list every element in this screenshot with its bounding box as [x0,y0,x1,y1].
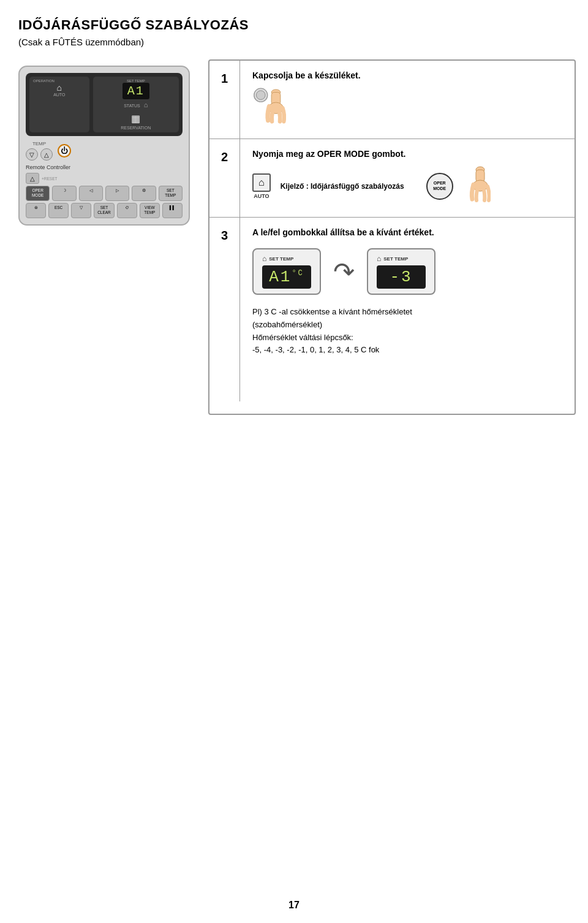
step-3-description: Pl) 3 C -al csökkentse a kívánt hőmérsék… [252,306,562,357]
rc-left-btn[interactable]: ◁ [79,186,103,201]
display-panel-1: ⌂ SET TEMP A1°C [252,248,321,295]
display-panel-2: ⌂ SET TEMP -3 [367,248,435,295]
rc-reservation-label: RESERVATION [121,126,151,130]
rc-right-btn[interactable]: ▷ [105,186,129,201]
transition-arrow: ↷ [333,257,355,287]
rc-set-temp-section: SET TEMP A1 STATUS ⌂ ▦ RESERVATION [93,77,179,132]
step-1-number: 1 [209,61,240,139]
step-3-number: 3 [209,218,240,401]
desc-line-1: Pl) 3 C -al csökkentse a kívánt hőmérsék… [252,306,562,319]
remote-controller: OPERATION ⌂ AUTO SET TEMP A1 STATUS ⌂ ▦ … [18,66,190,226]
page-number: 17 [288,900,300,910]
rc-bar-btn: ▌▌ [162,203,183,218]
step-3-content: A le/fel gombokkal állítsa be a kívánt é… [240,218,575,401]
auto-indicator: ⌂ AUTO [252,173,271,199]
page-subtitle: (Csak a FÛTÉS üzemmódban) [0,37,588,59]
desc-line-4: -5, -4, -3, -2, -1, 0, 1, 2, 3, 4, 5 C f… [252,344,562,357]
rc-nav-up-row: △ +RESET [26,173,183,184]
step-3-text: A le/fel gombokkal állítsa be a kívánt é… [252,227,562,237]
step-1-row: 1 Kapcsolja be a készüléket. [209,61,575,139]
rc-set-temp-btn[interactable]: SETTEMP [159,186,183,201]
rc-oper-mode-btn[interactable]: OPERMODE [26,186,50,201]
rc-timer-btn[interactable]: ⏱ [117,203,137,218]
step-2-icon-row: ⌂ AUTO Kijelző : Időjárásfüggő szabályoz… [252,165,562,207]
panel-2-value: -3 [377,265,426,289]
oper-mode-badge: OPERMODE [426,173,453,200]
step-1-content: Kapcsolja be a készüléket. [240,61,575,139]
rc-temp-row: TEMP ▽ △ ⏻ [26,141,183,161]
step-2-text: Nyomja meg az OPER MODE gombot. [252,149,562,159]
rc-temp-label: TEMP [32,141,46,146]
rc-reservation-icon: ▦ [131,113,140,124]
step-2-number: 2 [209,139,240,217]
desc-line-2: (szobahőmérséklet) [252,319,562,332]
rc-set-temp-display: A1 [123,83,149,99]
rc-status-icon: ⌂ [144,101,148,108]
rc-view-temp-btn[interactable]: VIEWTEMP [140,203,160,218]
rc-down-btn[interactable]: ▽ [71,203,91,218]
left-panel: OPERATION ⌂ AUTO SET TEMP A1 STATUS ⌂ ▦ … [12,59,208,415]
panel-2-label: ⌂ SET TEMP [377,254,426,263]
rc-status-row: STATUS ⌂ [120,99,151,110]
auto-label: AUTO [254,193,269,199]
rc-remote-label: Remote Controller [26,164,183,170]
right-panel: 1 Kapcsolja be a készüléket. [208,59,576,415]
rc-moon-btn[interactable]: ☽ [52,186,76,201]
step-2-content: Nyomja meg az OPER MODE gombot. ⌂ AUTO K… [240,139,575,217]
rc-status-label: STATUS [124,104,140,108]
rc-auto-text: AUTO [33,93,86,97]
svg-point-1 [256,91,265,100]
step-1-text: Kapcsolja be a készüléket. [252,70,562,80]
step-2-row: 2 Nyomja meg az OPER MODE gombot. ⌂ AUTO… [209,139,575,218]
page-title: IDŐJÁRÁSFÜGGŐ SZABÁLYOZÁS [0,0,588,37]
rc-auto-icon: ⌂ [33,83,86,93]
step-2-icons: ⌂ AUTO Kijelző : Időjárásfüggő szabályoz… [252,165,491,207]
rc-display-area: OPERATION ⌂ AUTO SET TEMP A1 STATUS ⌂ ▦ … [26,73,183,136]
step-1-icon-row [252,86,562,129]
rc-fan-btn[interactable]: ⊛ [26,203,46,218]
panel-1-screen: A1°C [262,265,311,289]
rc-temp-up-btn[interactable]: △ [40,148,53,161]
panel-2-screen: -3 [377,265,426,289]
display-panels: ⌂ SET TEMP A1°C ↷ [252,248,562,295]
rc-temp-arrows: ▽ △ [26,148,53,161]
oper-mode-hand-group: OPERMODE [426,165,491,207]
rc-temp-section: TEMP ▽ △ [26,141,53,161]
rc-nav-up-btn[interactable]: △ [26,173,39,184]
main-content: OPERATION ⌂ AUTO SET TEMP A1 STATUS ⌂ ▦ … [0,59,588,415]
panel-1-value: A1°C [262,265,311,289]
panel-1-label: ⌂ SET TEMP [262,254,311,263]
rc-power-btn[interactable]: ⏻ [58,144,71,158]
rc-temp-down-btn[interactable]: ▽ [26,148,38,161]
finger-press-icon-2 [457,165,491,207]
rc-btn-row-2: ⊛ ESC ▽ SETCLEAR ⏱ VIEWTEMP ▌▌ [26,203,183,218]
rc-operation-section: OPERATION ⌂ AUTO [29,77,89,132]
indicator-text: Kijelző : Időjárásfüggő szabályozás [281,182,404,191]
step-2-indicator: Kijelző : Időjárásfüggő szabályozás [281,182,404,191]
step-3-row: 3 A le/fel gombokkal állítsa be a kívánt… [209,218,575,401]
rc-esc-btn[interactable]: ESC [48,203,69,218]
page-footer: 17 [0,900,588,911]
rc-set-clear-btn[interactable]: SETCLEAR [94,203,115,218]
desc-line-3: Hőmérséklet váltási lépcsők: [252,332,562,344]
rc-gear-btn[interactable]: ⚙ [132,186,156,201]
rc-btn-row-1: OPERMODE ☽ ◁ ▷ ⚙ SETTEMP [26,186,183,201]
finger-press-icon [252,86,286,129]
